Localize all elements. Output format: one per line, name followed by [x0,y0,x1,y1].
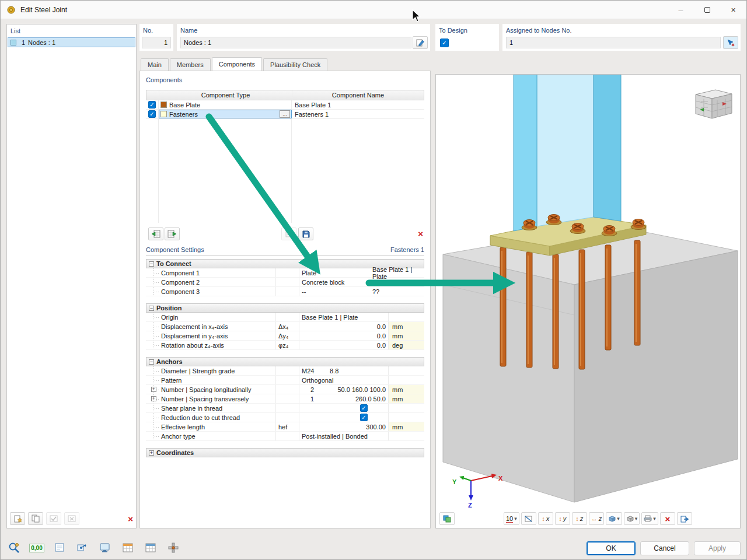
setting-row-component-1[interactable]: Component 1 Plate Base Plate 1 | Plate [146,268,424,278]
component-row-fasteners[interactable]: ✓ Fasteners ... Fasteners 1 [146,110,424,119]
anchor-spacing-value[interactable]: 50.0 160.0 100.0 [325,386,388,393]
check-all-button[interactable] [46,512,61,525]
expand-icon[interactable]: + [151,396,156,401]
find-settings-button[interactable] [5,540,23,555]
view-z-button[interactable]: ↕z [572,512,587,525]
display-properties-button[interactable] [96,540,114,555]
expand-icon[interactable]: + [149,450,154,456]
view-y-button[interactable]: ↕y [555,512,570,525]
tab-main[interactable]: Main [141,58,169,71]
pattern-value[interactable]: Orthogonal [299,377,333,384]
delete-item-button[interactable]: × [128,514,133,524]
setting-row-displacement-y[interactable]: Displacement in y₄-axis Δy₄ 0.0 mm [146,331,424,341]
setting-value[interactable]: 0.0 [299,323,388,330]
tab-components[interactable]: Components [212,57,262,71]
expand-icon[interactable]: + [151,387,156,392]
select-related-objects-button[interactable] [74,540,91,555]
anchor-type-value[interactable]: Post-installed | Bonded [299,433,368,440]
setting-value[interactable]: 0.0 [299,342,388,349]
setting-value[interactable]: 300.00 [299,424,388,430]
browse-fasteners-button[interactable]: ... [280,110,290,118]
comment-button[interactable] [51,540,68,555]
3d-scene[interactable]: X Y Z [436,75,740,528]
ok-button[interactable]: OK [587,541,636,555]
export-graphic-button[interactable] [677,512,692,525]
strength-grade-value[interactable]: 8.8 [330,368,338,374]
setting-row-component-2[interactable]: Component 2 Concrete block [146,278,424,287]
base-plate-checkbox[interactable]: ✓ [148,101,156,108]
clipping-box-button[interactable] [521,512,536,525]
display-units-button[interactable]: 0,00 [28,540,46,555]
fasteners-checkbox[interactable]: ✓ [148,110,156,118]
collapse-icon[interactable]: − [149,261,154,267]
component-value[interactable]: ?? [372,288,379,295]
setting-row-effective-length[interactable]: Effective length hef 300.00 mm [146,422,424,432]
isometric-view-dropdown[interactable]: ▾ [624,512,640,525]
print-graphic-dropdown[interactable]: ▾ [641,512,658,525]
diameter-value[interactable]: M24 [299,368,330,374]
zoom-factor-button[interactable]: 10 ▾ [504,512,519,525]
setting-row-component-3[interactable]: Component 3 -- ?? [146,287,424,296]
cancel-button[interactable]: Cancel [640,541,689,555]
uncheck-all-button[interactable] [64,512,79,525]
view-x-button[interactable]: ↕x [538,512,553,525]
tab-members[interactable]: Members [170,58,211,71]
setting-row-pattern[interactable]: Pattern Orthogonal [146,376,424,385]
setting-row-displacement-x[interactable]: Displacement in x₄-axis Δx₄ 0.0 mm [146,322,424,331]
setting-row-spacing-transverse[interactable]: Number | Spacing transversely + 1 260.0 … [146,394,424,404]
components-table-empty-area[interactable] [146,119,424,223]
reset-view-button[interactable]: × [660,512,675,525]
joint-configuration-button[interactable] [165,540,182,555]
maximize-button[interactable] [694,1,720,19]
navigation-cube[interactable] [696,90,732,118]
shear-plane-checkbox[interactable]: ✓ [360,404,368,412]
remove-component-button[interactable] [165,228,180,240]
setting-value[interactable]: 0.0 [299,332,388,340]
collapse-icon[interactable]: − [149,359,154,365]
save-to-library-button[interactable] [298,228,313,240]
assigned-nodes-field[interactable]: 1 [506,37,721,48]
anchor-count-value[interactable]: 2 [299,386,325,393]
add-component-button[interactable] [148,228,163,240]
list-item[interactable]: 1 Nodes : 1 [8,37,135,47]
delete-all-components-button[interactable]: × [418,229,423,239]
anchor-count-value[interactable]: 1 [299,396,325,402]
close-button[interactable]: × [720,1,746,19]
apply-button[interactable]: Apply [694,541,741,555]
column-component-name[interactable]: Component Name [292,90,424,100]
select-nodes-button[interactable] [723,36,738,49]
setting-row-cut-thread[interactable]: Reduction due to cut thread ✓ [146,413,424,422]
render-mode-button[interactable] [439,512,455,525]
minimize-button[interactable]: – [668,1,694,19]
copy-item-button[interactable] [28,512,43,525]
section-anchors[interactable]: − Anchors [146,357,424,366]
view-z-reverse-button[interactable]: ↔z [589,512,605,525]
cut-thread-checkbox[interactable]: ✓ [360,414,368,421]
edit-name-button[interactable] [413,36,428,49]
setting-row-shear-plane[interactable]: Shear plane in thread ✓ [146,404,424,413]
new-item-button[interactable] [10,512,25,525]
tab-plausibility-check[interactable]: Plausibility Check [263,58,327,71]
origin-value[interactable]: Base Plate 1 | Plate [299,314,358,321]
component-kind[interactable]: Plate [299,270,371,276]
name-field[interactable]: Nodes : 1 [180,37,411,48]
to-design-checkbox[interactable]: ✓ [440,38,449,47]
component-row-base-plate[interactable]: ✓ Base Plate Base Plate 1 [146,100,424,110]
setting-row-spacing-longitudinal[interactable]: Number | Spacing longitudinally + 2 50.0… [146,385,424,394]
setting-row-rotation-z[interactable]: Rotation about z₄-axis φz₄ 0.0 deg [146,341,424,350]
section-coordinates[interactable]: + Coordinates [146,448,424,457]
setting-row-anchor-type[interactable]: Anchor type Post-installed | Bonded [146,432,424,441]
result-tables-button[interactable] [119,540,137,555]
graphic-display-dropdown[interactable]: ▾ [606,512,622,525]
printout-tables-button[interactable] [142,540,159,555]
anchor-spacing-value[interactable]: 260.0 50.0 [325,396,388,402]
3d-viewport[interactable]: X Y Z 10 ▾ ↕x ↕y ↕z ↔z [435,74,741,528]
setting-row-diameter-strength[interactable]: Diameter | Strength grade M24 8.8 [146,366,424,376]
setting-row-origin[interactable]: Origin Base Plate 1 | Plate [146,313,424,322]
section-position[interactable]: − Position [146,303,424,313]
component-kind[interactable]: Concrete block [299,279,371,286]
column-component-type[interactable]: Component Type [159,90,292,100]
import-from-library-button[interactable] [281,228,296,240]
component-kind[interactable]: -- [299,288,371,295]
collapse-icon[interactable]: − [149,306,154,311]
